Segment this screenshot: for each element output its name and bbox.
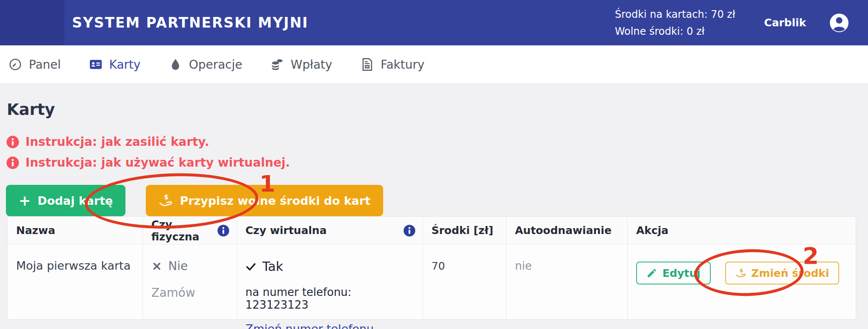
header-label: Akcja (636, 224, 668, 237)
instruction-text: Instrukcja: jak zasilić karty. (25, 135, 209, 149)
account-name[interactable]: Carblik (764, 17, 806, 29)
edit-button[interactable]: Edytuj (636, 262, 711, 284)
instruction-text: Instrukcja: jak używać karty wirtualnej. (25, 156, 290, 170)
change-funds-button[interactable]: $ Zmień środki (725, 262, 840, 284)
cards-table: Nazwa Czy fizyczna Czy wirtualna Środki … (7, 216, 856, 320)
funds-summary: Środki na kartach: 70 zł Wolne środki: 0… (615, 6, 735, 40)
page-title: Karty (7, 100, 55, 119)
main-nav: Panel Karty Operacje (0, 45, 868, 84)
info-icon (6, 156, 19, 170)
invoice-icon (360, 58, 374, 71)
funds-on-cards: Środki na kartach: 70 zł (615, 6, 735, 23)
page: SYSTEM PARTNERSKI MYJNI Środki na kartac… (0, 0, 868, 329)
physical-value: Nie (168, 259, 188, 273)
cell-physical: Nie Zamów (143, 245, 237, 319)
tab-label: Wpłaty (291, 58, 332, 72)
hand-holding-dollar-icon: $ (159, 193, 173, 208)
droplet-icon (169, 58, 182, 71)
change-funds-label: Zmień środki (751, 267, 829, 279)
autorenew-value: nie (515, 259, 532, 272)
top-navbar: SYSTEM PARTNERSKI MYJNI Środki na kartac… (0, 0, 868, 45)
tab-label: Faktury (381, 58, 425, 72)
instructions-list: Instrukcja: jak zasilić karty. Instrukcj… (6, 135, 290, 170)
virtual-value: Tak (262, 259, 283, 274)
actions-row: + Dodaj kartę $ Przypisz wolne środki do… (6, 185, 383, 216)
navbar-right: Środki na kartach: 70 zł Wolne środki: 0… (615, 0, 849, 45)
header-label: Czy fizyczna (151, 218, 210, 243)
header-label: Nazwa (16, 224, 55, 237)
col-header-physical: Czy fizyczna (143, 217, 237, 245)
cell-virtual: Tak na numer telefonu: 123123123 Zmień n… (237, 245, 423, 319)
svg-text:$: $ (740, 268, 743, 273)
instruction-link-topup[interactable]: Instrukcja: jak zasilić karty. (6, 135, 290, 149)
id-card-icon (89, 58, 103, 71)
gauge-icon (8, 58, 22, 71)
check-icon (245, 261, 256, 272)
info-icon[interactable] (403, 224, 416, 237)
plus-icon: + (19, 193, 31, 208)
coins-icon (270, 58, 284, 71)
cell-funds: 70 (423, 245, 506, 319)
navbar-logo-area (0, 0, 64, 45)
tab-operacje[interactable]: Operacje (169, 58, 242, 72)
tab-label: Operacje (189, 58, 242, 72)
tab-faktury[interactable]: Faktury (360, 58, 425, 72)
x-mark-icon (151, 261, 162, 272)
assign-free-funds-button[interactable]: $ Przypisz wolne środki do kart (146, 185, 383, 216)
tab-panel[interactable]: Panel (8, 58, 61, 72)
svg-text:$: $ (164, 193, 169, 201)
change-phone-link[interactable]: Zmień numer telefonu (245, 322, 374, 329)
col-header-action: Akcja (628, 217, 856, 245)
instruction-link-virtual-card[interactable]: Instrukcja: jak używać karty wirtualnej. (6, 156, 290, 170)
edit-label: Edytuj (662, 267, 701, 279)
cell-actions: Edytuj $ Zmień środki (628, 245, 856, 319)
tab-wplaty[interactable]: Wpłaty (270, 58, 332, 72)
hand-holding-dollar-icon: $ (735, 268, 746, 279)
col-header-name: Nazwa (8, 217, 143, 245)
col-header-funds: Środki [zł] (423, 217, 506, 245)
col-header-autorenew: Autoodnawianie (506, 217, 628, 245)
app-title: SYSTEM PARTNERSKI MYJNI (72, 0, 309, 45)
tab-label: Panel (29, 58, 61, 72)
cell-card-name: Moja pierwsza karta (8, 245, 143, 319)
col-header-virtual: Czy wirtualna (237, 217, 423, 245)
card-name: Moja pierwsza karta (16, 259, 131, 272)
header-label: Autoodnawianie (515, 224, 612, 237)
order-card-link[interactable]: Zamów (151, 286, 195, 300)
add-card-label: Dodaj kartę (38, 194, 113, 207)
funds-value: 70 (431, 260, 445, 272)
header-label: Środki [zł] (431, 224, 493, 237)
add-card-button[interactable]: + Dodaj kartę (6, 185, 125, 216)
tab-karty[interactable]: Karty (89, 58, 141, 72)
free-funds: Wolne środki: 0 zł (615, 23, 735, 40)
tab-label: Karty (109, 58, 141, 72)
info-icon[interactable] (217, 224, 230, 237)
cell-autorenew: nie (506, 245, 628, 319)
assign-free-funds-label: Przypisz wolne środki do kart (180, 194, 370, 207)
virtual-phone-number: na numer telefonu: 123123123 (245, 286, 414, 311)
user-avatar-icon[interactable] (829, 13, 849, 33)
header-label: Czy wirtualna (245, 224, 327, 237)
info-icon (6, 135, 19, 149)
pencil-icon (646, 268, 657, 279)
